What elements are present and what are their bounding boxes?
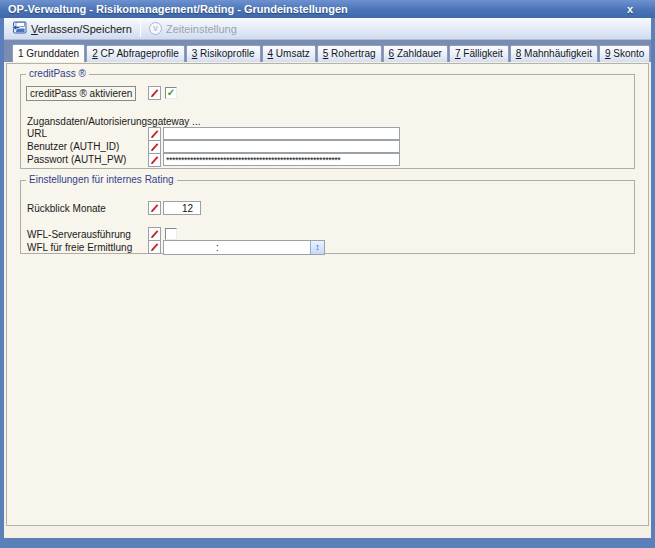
save-exit-button[interactable]: Verlassen/Speichern [8,20,136,37]
edit-icon[interactable] [148,86,161,100]
edit-icon[interactable] [148,201,161,215]
user-label: Benutzer (AUTH_ID) [27,141,119,152]
save-exit-label: Verlassen/Speichern [31,23,132,35]
time-settings-button[interactable]: v Zeiteinstellung [145,21,241,36]
internal-rating-group-title: Einstellungen für internes Rating [26,174,177,185]
creditpass-activate-label: creditPass ® aktivieren [26,86,136,101]
wfl-free-value: : [216,241,219,254]
creditpass-activate-checkbox[interactable]: ✓ [165,87,177,99]
wfl-server-checkbox[interactable] [165,228,177,240]
close-icon[interactable]: x [627,3,633,15]
internal-rating-group: Einstellungen für internes Rating Rückbl… [20,180,635,254]
lookback-months-label: Rückblick Monate [27,203,106,214]
tab-grunddaten[interactable]: 1 Grunddaten [12,44,85,62]
combo-spinner-icon[interactable]: ↕ [310,241,324,254]
tab-cp-abfrageprofile[interactable]: 2 CP Abfrageprofile [86,45,185,62]
creditpass-group-title: creditPass ® [26,68,89,79]
password-input[interactable] [163,153,400,166]
tab-zahldauer[interactable]: 6 Zahldauer [383,45,448,62]
window-body: Verlassen/Speichern v Zeiteinstellung 1 … [0,18,655,548]
wfl-free-label: WFL für freie Ermittlung [27,242,132,253]
user-input[interactable] [163,140,400,153]
edit-icon[interactable] [148,140,161,154]
wfl-free-combobox[interactable]: : ↕ [163,240,325,255]
creditpass-group: creditPass ® creditPass ® aktivieren ✓ Z… [20,74,635,169]
tab-bar: 1 Grunddaten2 CP Abfrageprofile3 Risikop… [4,40,651,62]
edit-icon[interactable] [148,153,161,167]
edit-icon[interactable] [148,127,161,141]
wfl-server-label: WFL-Serverausführung [27,229,131,240]
tab-faelligkeit[interactable]: 7 Fälligkeit [449,45,509,62]
lookback-months-input[interactable] [163,201,201,215]
tab-umsatz[interactable]: 4 Umsatz [262,45,316,62]
edit-icon[interactable] [148,240,161,254]
time-settings-icon: v [149,22,162,35]
window-title: OP-Verwaltung - Risikomanagement/Rating … [8,3,627,15]
url-input[interactable] [163,127,400,140]
tab-page-grunddaten: creditPass ® creditPass ® aktivieren ✓ Z… [6,63,649,526]
toolbar: Verlassen/Speichern v Zeiteinstellung [4,18,651,40]
page-wrapper: creditPass ® creditPass ® aktivieren ✓ Z… [4,62,651,538]
tab-rohertrag[interactable]: 5 Rohertrag [317,45,382,62]
url-label: URL [27,128,47,139]
password-label: Passwort (AUTH_PW) [27,154,126,165]
toolbar-separator [140,21,141,37]
save-exit-icon [12,21,27,36]
access-data-heading: Zugansdaten/Autorisierungsgateway ... [27,116,200,127]
time-settings-label: Zeiteinstellung [166,23,237,35]
tab-skonto[interactable]: 9 Skonto [599,45,650,62]
tab-mahnhaeufigkeit[interactable]: 8 Mahnhäufigkeit [510,45,598,62]
edit-icon[interactable] [148,227,161,241]
app-window: OP-Verwaltung - Risikomanagement/Rating … [0,0,655,548]
tab-risikoprofile[interactable]: 3 Risikoprofile [186,45,261,62]
title-bar: OP-Verwaltung - Risikomanagement/Rating … [0,0,655,18]
